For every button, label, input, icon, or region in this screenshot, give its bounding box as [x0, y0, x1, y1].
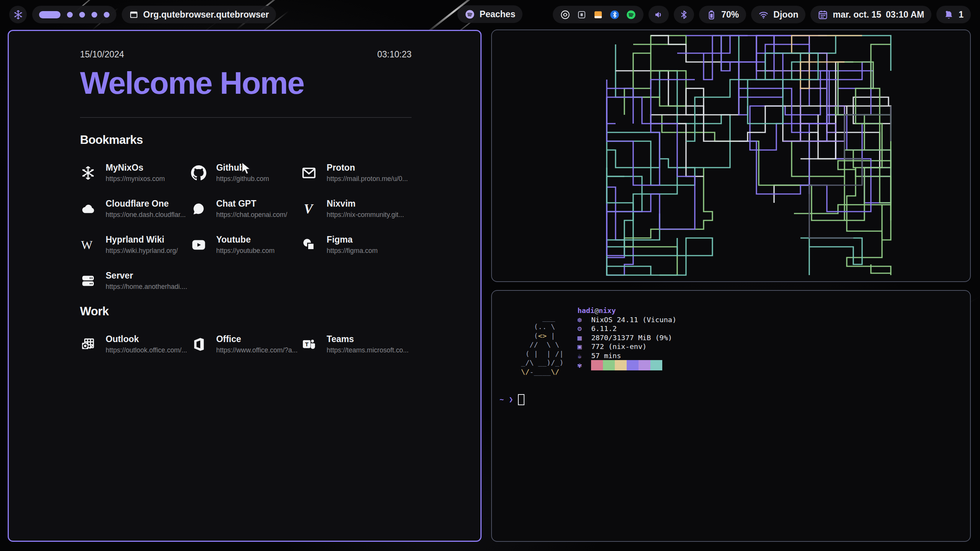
active-window-title[interactable]: Org.qutebrowser.qutebrowser	[122, 6, 276, 23]
bookmark-item[interactable]: WHyprland Wikihttps://wiki.hyprland.org/	[80, 236, 191, 253]
bookmark-grid: MyNixOshttps://mynixos.comGithubhttps://…	[80, 165, 412, 289]
bookmark-item[interactable]: Serverhttps://home.anotherhadi....	[80, 272, 191, 289]
bookmark-url: https://youtube.com	[216, 247, 275, 255]
fastfetch-value: NixOS 24.11 (Vicuna)	[591, 315, 676, 324]
bookmark-item[interactable]: Youtubehttps://youtube.com	[191, 236, 301, 253]
color-swatch	[603, 360, 615, 370]
ascii-logo: ___ (.. \ (<> | // \ \ ( | | /| _/\ __)/…	[500, 313, 564, 377]
bookmark-url: https://outlook.office.com/...	[106, 346, 187, 354]
mouse-cursor	[241, 162, 253, 175]
spotify-badge-icon[interactable]	[626, 10, 636, 20]
bookmark-item[interactable]: Protonhttps://mail.proton.me/u/0...	[301, 165, 412, 181]
nixos-logo-icon	[13, 10, 23, 20]
bookmark-label: Nixvim	[327, 199, 404, 209]
files-icon[interactable]	[593, 10, 603, 20]
notifications-widget[interactable]: 1	[936, 6, 971, 23]
bookmark-item[interactable]: Outlookhttps://outlook.office.com/...	[80, 336, 191, 353]
color-swatch	[615, 360, 627, 370]
workspace-indicator[interactable]	[32, 6, 116, 23]
bookmark-url: https://home.anotherhadi....	[106, 283, 187, 291]
startpage-clock: 03:10:23	[377, 49, 412, 60]
fastfetch-row-colors: ✾	[577, 360, 676, 370]
topbar-left-group: Org.qutebrowser.qutebrowser	[9, 6, 276, 23]
color-swatch	[650, 360, 662, 370]
bookmark-label: Youtube	[216, 235, 275, 245]
fastfetch-value: 6.11.2	[591, 324, 617, 333]
workspace-dot[interactable]	[79, 12, 85, 18]
app-box-icon[interactable]	[577, 10, 587, 20]
github-icon	[191, 165, 207, 181]
terminal-cursor	[518, 394, 524, 405]
page-title: Welcome Home	[80, 67, 412, 99]
packages-icon: ▣	[577, 342, 591, 351]
bookmark-grid: Outlookhttps://outlook.office.com/...Off…	[80, 336, 412, 353]
qutebrowser-window: 15/10/2024 03:10:23 Welcome Home Bookmar…	[8, 30, 482, 542]
media-player-widget[interactable]: Peaches	[457, 5, 523, 23]
nixos-icon	[80, 165, 96, 181]
kernel-icon: ⚙	[577, 324, 591, 333]
clock-widget[interactable]: mar. oct. 15 03:10 AM	[810, 6, 931, 23]
bookmark-item[interactable]: Chat GPThttps://chat.openai.com/	[191, 201, 301, 217]
volume-button[interactable]	[648, 6, 669, 23]
fastfetch-row-os: ❆NixOS 24.11 (Vicuna)	[577, 315, 676, 324]
prompt-symbol: ❯	[509, 395, 513, 404]
workspace-dot[interactable]	[104, 12, 109, 18]
os-icon: ❆	[577, 315, 591, 324]
system-tray	[553, 6, 644, 23]
bluetooth-icon	[679, 10, 689, 20]
bluetooth-badge-icon[interactable]	[609, 10, 620, 20]
bookmark-url: https://nix-community.git...	[327, 211, 404, 219]
network-widget[interactable]: Djoon	[751, 6, 805, 23]
bookmark-item[interactable]: TTeamshttps://teams.microsoft.co...	[301, 336, 412, 353]
figma-icon	[301, 237, 317, 253]
workspace-active-pill[interactable]	[39, 11, 60, 18]
terminal-window[interactable]: ___ (.. \ (<> | // \ \ ( | | /| _/\ __)/…	[491, 290, 971, 542]
window-icon	[129, 10, 139, 20]
status-bar: Org.qutebrowser.qutebrowser Peaches 70% …	[9, 5, 971, 24]
color-swatch	[591, 360, 603, 370]
spotify-icon	[465, 9, 475, 20]
bookmark-item[interactable]: Cloudflare Onehttps://one.dash.cloudflar…	[80, 201, 191, 217]
outlook-icon	[80, 336, 96, 352]
launcher-button[interactable]	[9, 6, 27, 23]
clock-date: mar. oct. 15	[833, 10, 881, 20]
fastfetch-value: 2870/31377 MiB (9%)	[591, 333, 672, 342]
svg-text:T: T	[305, 341, 309, 347]
fastfetch-row-kernel: ⚙6.11.2	[577, 324, 676, 333]
vim-icon: V	[301, 201, 317, 217]
fastfetch-row-memory: ▦2870/31377 MiB (9%)	[577, 333, 676, 342]
calendar-icon	[818, 10, 828, 20]
palette-icon: ✾	[577, 361, 591, 370]
fastfetch-title: hadi@nixy	[577, 306, 676, 315]
bookmark-item[interactable]: MyNixOshttps://mynixos.com	[80, 165, 191, 181]
bookmark-url: https://one.dash.cloudflar...	[106, 211, 186, 219]
bookmark-item[interactable]: Officehttps://www.office.com/?a...	[191, 336, 301, 353]
terminal-color-swatches	[591, 360, 662, 370]
pipes-terminal-window	[491, 29, 971, 282]
bell-icon	[944, 10, 954, 20]
battery-widget[interactable]: 70%	[699, 6, 746, 23]
bluetooth-button[interactable]	[674, 6, 694, 23]
workspace-dot[interactable]	[67, 12, 73, 18]
shell-prompt[interactable]: ~ ❯	[500, 394, 970, 405]
bookmark-item[interactable]: VNixvimhttps://nix-community.git...	[301, 201, 412, 217]
memory-icon: ▦	[577, 333, 591, 342]
workspace-dot[interactable]	[91, 12, 97, 18]
bookmark-url: https://teams.microsoft.co...	[327, 346, 408, 354]
bookmark-url: https://mynixos.com	[106, 175, 165, 183]
bookmark-url: https://github.com	[216, 175, 269, 183]
bookmark-label: Server	[106, 271, 187, 280]
startpage-meta-row: 15/10/2024 03:10:23	[80, 49, 412, 60]
cloud-icon	[80, 201, 96, 217]
disc-icon[interactable]	[560, 10, 570, 20]
color-swatch	[639, 360, 650, 370]
fastfetch-value: 57 mins	[591, 351, 621, 360]
divider	[80, 117, 412, 118]
media-track-label: Peaches	[480, 9, 515, 20]
bookmark-label: Office	[216, 334, 298, 344]
bookmark-label: Hyprland Wiki	[106, 235, 178, 245]
battery-level: 70%	[721, 10, 739, 20]
bookmark-item[interactable]: Figmahttps://figma.com	[301, 236, 412, 253]
teams-icon: T	[301, 336, 317, 352]
wifi-icon	[758, 10, 769, 20]
